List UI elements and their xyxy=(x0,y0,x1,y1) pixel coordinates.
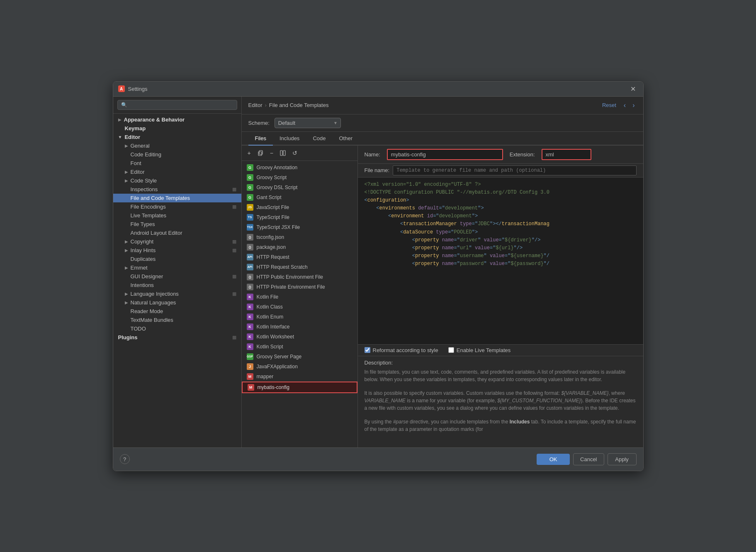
file-type-icon: M xyxy=(248,384,254,391)
list-item[interactable]: K Kotlin Class xyxy=(242,302,357,312)
file-item-label: HTTP Request Scratch xyxy=(257,264,308,270)
tab-files[interactable]: Files xyxy=(248,132,273,146)
sidebar-item-code-editing[interactable]: Code Editing xyxy=(113,150,241,159)
list-item[interactable]: K Kotlin Script xyxy=(242,342,357,352)
list-item-mybatis-config[interactable]: M mybatis-config xyxy=(242,382,357,393)
list-item[interactable]: API HTTP Request xyxy=(242,252,357,262)
sidebar-item-editor[interactable]: ▼ Editor xyxy=(113,133,241,141)
help-button[interactable]: ? xyxy=(120,454,130,464)
list-item[interactable]: G Groovy DSL Script xyxy=(242,182,357,192)
duplicate-template-button[interactable] xyxy=(277,148,288,158)
sidebar-item-file-code-templates[interactable]: File and Code Templates xyxy=(113,194,241,202)
sidebar-item-font[interactable]: Font xyxy=(113,159,241,168)
list-item[interactable]: K Kotlin File xyxy=(242,292,357,302)
tab-other[interactable]: Other xyxy=(332,132,359,146)
scheme-select[interactable]: Default Project xyxy=(275,118,341,128)
sidebar-item-textmate-bundles[interactable]: TextMate Bundles xyxy=(113,316,241,324)
sidebar-item-live-templates[interactable]: Live Templates xyxy=(113,211,241,220)
right-panel: Name: Extension: File name: <?xml versio… xyxy=(358,146,643,447)
tab-includes[interactable]: Includes xyxy=(273,132,306,146)
file-item-label: Kotlin Enum xyxy=(257,314,284,320)
list-item[interactable]: TSX TypeScript JSX File xyxy=(242,222,357,232)
nav-back-button[interactable]: ‹ xyxy=(622,101,627,110)
sidebar-item-duplicates[interactable]: Duplicates xyxy=(113,255,241,263)
sidebar-item-natural-languages[interactable]: ▶ Natural Languages xyxy=(113,298,241,307)
list-item[interactable]: TS TypeScript File xyxy=(242,212,357,222)
sidebar-item-label: Emmet xyxy=(131,265,148,271)
nav-forward-button[interactable]: › xyxy=(631,101,636,110)
sidebar-item-inspections[interactable]: Inspections ▦ xyxy=(113,185,241,194)
list-item[interactable]: JS JavaScript File xyxy=(242,202,357,212)
sidebar-item-label: File and Code Templates xyxy=(131,195,190,201)
file-type-icon: M xyxy=(247,373,253,380)
sidebar-item-label: Editor xyxy=(124,134,140,140)
live-templates-checkbox-label[interactable]: Enable Live Templates xyxy=(448,347,511,353)
list-item[interactable]: G Groovy Script xyxy=(242,173,357,182)
sidebar-item-label: File Encodings xyxy=(131,204,166,210)
sidebar-item-keymap[interactable]: Keymap xyxy=(113,124,241,133)
list-item[interactable]: GSP Groovy Server Page xyxy=(242,352,357,362)
live-templates-checkbox[interactable] xyxy=(448,347,454,353)
list-item[interactable]: {} package.json xyxy=(242,242,357,252)
list-item[interactable]: G Groovy Annotation xyxy=(242,163,357,173)
list-item[interactable]: K Kotlin Worksheet xyxy=(242,332,357,342)
sidebar-item-todo[interactable]: TODO xyxy=(113,324,241,333)
sidebar-item-general[interactable]: ▶ General xyxy=(113,141,241,150)
sidebar-item-label: Inspections xyxy=(131,186,158,192)
sidebar-item-appearance[interactable]: ▶ Appearance & Behavior xyxy=(113,115,241,124)
list-item[interactable]: {} tsconfig.json xyxy=(242,232,357,242)
reset-template-button[interactable]: ↺ xyxy=(290,148,300,158)
tab-code[interactable]: Code xyxy=(306,132,332,146)
add-template-button[interactable]: + xyxy=(245,148,253,158)
sidebar-item-file-types[interactable]: File Types xyxy=(113,220,241,229)
ok-button[interactable]: OK xyxy=(537,454,570,465)
breadcrumb-parent[interactable]: Editor xyxy=(248,102,263,108)
list-item[interactable]: {} HTTP Private Environment File xyxy=(242,282,357,292)
file-item-label: Kotlin Script xyxy=(257,344,283,350)
sidebar-item-intentions[interactable]: Intentions xyxy=(113,281,241,289)
list-item[interactable]: M mapper xyxy=(242,372,357,382)
sidebar-item-inlay-hints[interactable]: ▶ Inlay Hints ▦ xyxy=(113,246,241,255)
sidebar-item-emmet[interactable]: ▶ Emmet xyxy=(113,263,241,272)
remove-template-button[interactable]: − xyxy=(267,148,276,158)
list-item[interactable]: K Kotlin Interface xyxy=(242,322,357,332)
options-row: Reformat according to style Enable Live … xyxy=(358,345,643,356)
list-item[interactable]: J JavaFXApplication xyxy=(242,362,357,372)
list-item[interactable]: K Kotlin Enum xyxy=(242,312,357,322)
list-item[interactable]: G Gant Script xyxy=(242,192,357,202)
list-item[interactable]: API HTTP Request Scratch xyxy=(242,262,357,272)
apply-button[interactable]: Apply xyxy=(608,453,637,465)
reformat-label: Reformat according to style xyxy=(373,347,438,353)
sidebar-item-color-scheme[interactable]: ▶ Editor xyxy=(113,168,241,176)
code-line: <configuration> xyxy=(358,197,643,204)
sidebar-item-copyright[interactable]: ▶ Copyright ▦ xyxy=(113,237,241,246)
sidebar-item-language-injections[interactable]: ▶ Language Injections ▦ xyxy=(113,289,241,298)
copy-template-button[interactable] xyxy=(255,148,266,158)
reset-button[interactable]: Reset xyxy=(600,101,619,109)
search-input[interactable] xyxy=(117,100,237,110)
sidebar-item-label: TODO xyxy=(131,326,146,332)
name-input[interactable] xyxy=(387,149,503,160)
sidebar-item-android-layout[interactable]: Android Layout Editor xyxy=(113,229,241,237)
file-item-label: Groovy Annotation xyxy=(257,165,298,170)
file-type-icon: G xyxy=(247,184,253,191)
file-item-label: JavaScript File xyxy=(257,204,289,210)
sidebar-item-code-style[interactable]: ▶ Code Style xyxy=(113,176,241,185)
cancel-button[interactable]: Cancel xyxy=(573,453,604,465)
close-button[interactable]: ✕ xyxy=(628,84,638,94)
reformat-checkbox[interactable] xyxy=(365,347,370,353)
sidebar-item-plugins[interactable]: Plugins ▦ xyxy=(113,333,241,342)
sidebar-item-label: Code Style xyxy=(131,178,157,184)
name-label: Name: xyxy=(365,151,380,158)
sidebar-item-reader-mode[interactable]: Reader Mode xyxy=(113,307,241,316)
content-area: + − ↺ G Groovy Annotation xyxy=(242,146,643,447)
sidebar-item-gui-designer[interactable]: GUI Designer ▦ xyxy=(113,272,241,281)
filename-input[interactable] xyxy=(393,165,636,175)
arrow-icon: ▼ xyxy=(118,135,122,139)
sidebar-item-file-encodings[interactable]: File Encodings ▦ xyxy=(113,202,241,211)
extension-input[interactable] xyxy=(542,149,591,160)
arrow-icon: ▶ xyxy=(125,248,128,253)
code-editor[interactable]: <?xml version="1.0" encoding="UTF-8" ?> … xyxy=(358,178,643,345)
reformat-checkbox-label[interactable]: Reformat according to style xyxy=(365,347,438,353)
list-item[interactable]: {} HTTP Public Environment File xyxy=(242,272,357,282)
